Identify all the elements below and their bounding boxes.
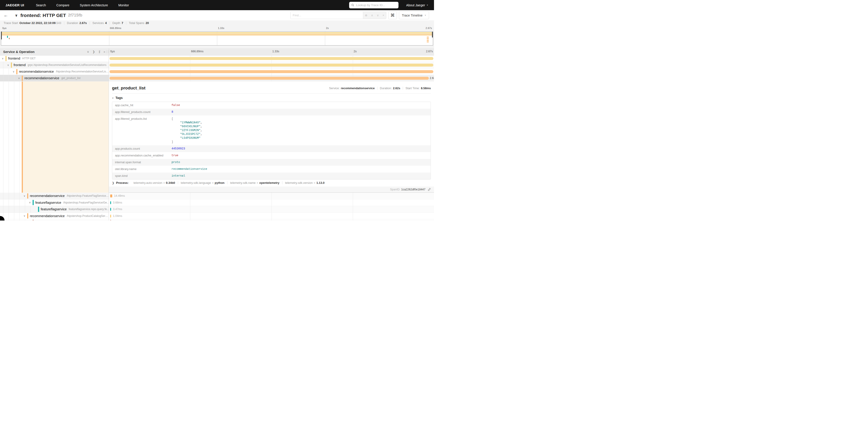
meta-label: Duration: [67, 21, 78, 25]
span-timeline: [109, 55, 434, 62]
column-resizer[interactable]: [107, 50, 108, 53]
span-duration-tick[interactable]: [110, 215, 111, 217]
duration-label: 3.68ms: [113, 201, 122, 204]
double-chevron-right-icon[interactable]: »: [104, 50, 105, 53]
list-item-string: "LS4PSXUNUM": [180, 137, 200, 140]
list-comma: ,: [200, 129, 202, 132]
process-key: telemetry.sdk.language: [181, 181, 211, 184]
find-prev-icon[interactable]: ∧: [371, 13, 373, 17]
duration-label: 1.04ms: [113, 214, 122, 217]
detail-label: Start Time:: [405, 86, 420, 90]
tag-row[interactable]: app.filtered_products.count8: [112, 109, 431, 115]
nav-item-system-architecture[interactable]: System Architecture: [80, 3, 108, 7]
span-row-left: [0, 219, 109, 220]
tag-value: ["1YMWWN1N4O","66VCHSJNUP","2ZYFJ3GM2N",…: [172, 115, 202, 145]
chevron-down-icon[interactable]: ∨: [7, 64, 11, 66]
service-name: frontend: [8, 57, 20, 60]
tags-section-toggle[interactable]: ∨ Tags: [112, 96, 123, 99]
tag-row[interactable]: otel.library.namerecommendationservice: [112, 166, 431, 173]
tag-row[interactable]: span.kindinternal: [112, 173, 431, 179]
span-duration-tick[interactable]: [110, 220, 111, 220]
span-rows-top: ∨frontendHTTP GET∨frontendgrpc.hipstersh…: [0, 55, 434, 82]
keyboard-shortcuts-button[interactable]: ⌘: [388, 11, 397, 19]
trace-collapse-caret[interactable]: ∨: [15, 13, 18, 18]
span-duration-bar[interactable]: [110, 57, 433, 60]
clear-find-icon[interactable]: ×: [383, 13, 384, 17]
focus-target-icon[interactable]: ⊕: [365, 13, 368, 17]
span-duration-tick[interactable]: [110, 201, 111, 204]
app-logo[interactable]: JAEGER UI: [5, 3, 24, 7]
double-chevron-down-icon[interactable]: ∨∨: [98, 51, 100, 53]
find-input[interactable]: [290, 12, 363, 19]
nav-item-search[interactable]: Search: [36, 3, 46, 7]
span-row-partial[interactable]: [0, 219, 434, 220]
trace-lookup-input[interactable]: [356, 3, 396, 7]
chevron-down-icon[interactable]: ∨: [13, 70, 16, 73]
span-duration-tick[interactable]: [110, 208, 111, 211]
span-timeline: [109, 62, 434, 68]
tag-row[interactable]: app.products.count44530923: [112, 145, 431, 152]
chevron-down-icon[interactable]: ∨: [29, 201, 33, 204]
trace-lookup-box[interactable]: [349, 2, 399, 8]
list-item: "OLJCESPC7Z",: [172, 133, 202, 136]
nav-item-compare[interactable]: Compare: [56, 3, 69, 7]
back-button[interactable]: ←: [4, 13, 8, 18]
span-row[interactable]: ∨recommendationservice/hipstershop.Produ…: [0, 213, 434, 219]
about-jaeger-label: About Jaeger: [406, 3, 425, 7]
process-item: telemetry.sdk.name=opentelemetry: [227, 181, 282, 184]
tag-value: recommendationservice: [172, 166, 207, 173]
span-row[interactable]: ∨frontendgrpc.hipstershop.Recommendation…: [0, 62, 434, 68]
span-row[interactable]: ∨recommendationservice/hipstershop.Featu…: [0, 193, 434, 200]
nav-item-monitor[interactable]: Monitor: [118, 3, 129, 7]
tag-row[interactable]: app.filtered_products.list["1YMWWN1N4O",…: [112, 115, 431, 145]
trace-minimap[interactable]: [1, 31, 433, 46]
tags-table: app.cache_hitfalseapp.filtered_products.…: [112, 101, 431, 179]
span-duration-bar[interactable]: [110, 77, 429, 80]
span-row[interactable]: ∨frontendHTTP GET: [0, 55, 434, 62]
chevron-right-icon: ❯: [112, 181, 114, 184]
minimap-viewport-handle-left[interactable]: [1, 32, 2, 39]
operation-name: featureflagservice.repo.query:fe…: [68, 208, 109, 211]
minimap-span-tick: [427, 38, 429, 39]
tag-row[interactable]: app.recommendation.cache_enabledtrue: [112, 152, 431, 159]
timeline-gridline: [190, 193, 190, 199]
minimap-span-tick: [7, 36, 8, 38]
about-jaeger-menu[interactable]: About Jaeger ∨: [406, 3, 428, 7]
timeline-gridline: [190, 200, 190, 206]
process-item: telemetry.sdk.version=1.13.0: [282, 181, 327, 184]
chevron-down-icon[interactable]: ∨: [2, 57, 5, 60]
chevron-down-icon[interactable]: ∨: [87, 50, 89, 53]
minimap-viewport-handle-right[interactable]: [432, 32, 433, 37]
span-duration-bar[interactable]: [110, 70, 433, 73]
chevron-down-icon[interactable]: ∨: [24, 195, 27, 198]
tag-row[interactable]: internal.span.formatproto: [112, 159, 431, 166]
tag-row[interactable]: app.cache_hitfalse: [112, 102, 431, 109]
process-value: python: [215, 181, 224, 184]
find-controls: ⊕ ∧ ∨ ×: [363, 12, 386, 19]
process-items: telemetry.auto.version=0.34b0telemetry.s…: [131, 181, 327, 184]
chevron-down-icon[interactable]: ∨: [24, 214, 27, 217]
chevron-down-icon: ∨: [427, 4, 428, 6]
process-row[interactable]: ❯ Process: telemetry.auto.version=0.34b0…: [112, 181, 327, 184]
span-row[interactable]: ∨recommendationservice/hipstershop.Recom…: [0, 68, 434, 75]
span-row[interactable]: ∨recommendationserviceget_product_list2.…: [0, 75, 434, 82]
minimap-tick-label: 2.67s: [426, 27, 432, 29]
find-box: ⊕ ∧ ∨ ×: [290, 11, 386, 19]
trace-view-select[interactable]: Trace Timeline ∨: [399, 11, 429, 19]
service-operation-header: Service & Operation: [3, 50, 35, 54]
timeline-gridline: [272, 213, 272, 219]
find-next-icon[interactable]: ∨: [377, 13, 379, 17]
chevron-right-icon[interactable]: ❯: [93, 50, 95, 53]
service-name: frontend: [13, 63, 26, 67]
link-icon[interactable]: [428, 188, 431, 191]
span-duration-bar[interactable]: [110, 64, 433, 66]
minimap-span-tick: [427, 41, 429, 42]
list-item-string: "1YMWWN1N4O": [180, 121, 200, 124]
meta-value: 2.67s: [80, 21, 87, 25]
span-duration-tick[interactable]: [110, 195, 112, 198]
chevron-down-icon[interactable]: ∨: [18, 77, 22, 80]
operation-name: HTTP GET: [22, 57, 35, 60]
timeline-tick-label: 666.89ms: [191, 50, 204, 53]
span-row[interactable]: ∨featureflagservice/hipstershop.FeatureF…: [0, 200, 434, 206]
span-row[interactable]: featureflagservicefeatureflagservice.rep…: [0, 206, 434, 213]
